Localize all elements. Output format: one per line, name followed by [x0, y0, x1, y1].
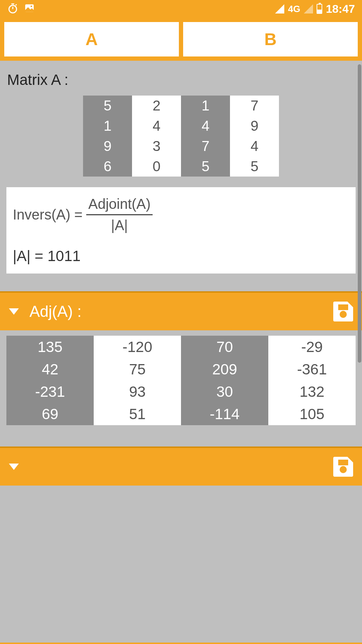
matrix-cell: -231 — [6, 380, 94, 403]
battery-icon — [317, 4, 322, 14]
matrix-cell: 209 — [181, 358, 268, 380]
matrix-cell: 51 — [94, 403, 181, 425]
matrix-a-table: 5 2 1 7 1 4 4 9 9 3 7 4 6 0 5 5 — [83, 96, 279, 177]
matrix-cell: 105 — [268, 403, 356, 425]
matrix-cell: -361 — [268, 358, 356, 380]
network-label: 4G — [288, 4, 300, 15]
chevron-down-icon — [9, 308, 19, 315]
tab-b[interactable]: B — [183, 22, 358, 56]
matrix-cell: 6 — [83, 156, 132, 177]
matrix-cell: 5 — [230, 156, 279, 177]
adj-matrix-table: 135 -120 70 -29 42 75 209 -361 -231 93 3… — [6, 336, 356, 425]
adj-title: Adj(A) : — [29, 303, 82, 320]
signal-icon-secondary — [304, 4, 313, 13]
chevron-down-icon — [9, 464, 19, 470]
signal-icon — [275, 4, 284, 13]
matrix-cell: -120 — [94, 336, 181, 358]
svg-point-2 — [31, 5, 32, 7]
matrix-cell: 2 — [132, 96, 181, 116]
matrix-cell: 7 — [230, 96, 279, 116]
formula-fraction: Adjoint(A) |A| — [86, 196, 153, 233]
matrix-cell: 5 — [83, 96, 132, 116]
tab-a[interactable]: A — [4, 22, 179, 56]
matrix-cell: 4 — [181, 116, 230, 136]
stopwatch-icon — [7, 2, 18, 15]
matrix-cell: 1 — [181, 96, 230, 116]
matrix-cell: 132 — [268, 380, 356, 403]
image-icon — [24, 2, 35, 15]
matrix-cell: 93 — [94, 380, 181, 403]
formula-box: Invers(A) = Adjoint(A) |A| |A| = 1011 — [6, 187, 356, 274]
matrix-cell: 9 — [83, 136, 132, 156]
matrix-cell: 7 — [181, 136, 230, 156]
matrix-cell: 69 — [6, 403, 94, 425]
formula-denominator: |A| — [86, 215, 153, 233]
matrix-cell: 30 — [181, 380, 268, 403]
matrix-cell: 9 — [230, 116, 279, 136]
scrollbar[interactable] — [358, 64, 361, 363]
content-scroll[interactable]: Matrix A : 5 2 1 7 1 4 4 9 9 3 7 4 6 0 5… — [0, 61, 362, 643]
adj-section-header[interactable]: Adj(A) : — [0, 291, 362, 330]
matrix-cell: -29 — [268, 336, 356, 358]
determinant-value: |A| = 1011 — [13, 248, 349, 265]
save-icon[interactable] — [333, 457, 353, 477]
matrix-cell: 135 — [6, 336, 94, 358]
matrix-a-label: Matrix A : — [0, 61, 362, 96]
clock: 18:47 — [326, 2, 355, 16]
matrix-cell: 75 — [94, 358, 181, 380]
matrix-cell: 5 — [181, 156, 230, 177]
matrix-cell: 1 — [83, 116, 132, 136]
matrix-cell: 4 — [230, 136, 279, 156]
svg-point-0 — [9, 5, 16, 13]
status-bar: 4G 18:47 — [0, 0, 362, 18]
formula-numerator: Adjoint(A) — [86, 196, 153, 215]
matrix-cell: 4 — [132, 116, 181, 136]
save-icon[interactable] — [333, 302, 353, 321]
matrix-cell: 42 — [6, 358, 94, 380]
tab-bar: A B — [0, 18, 362, 61]
next-section-header[interactable]: . — [0, 447, 362, 486]
matrix-cell: -114 — [181, 403, 268, 425]
matrix-cell: 0 — [132, 156, 181, 177]
matrix-cell: 3 — [132, 136, 181, 156]
matrix-cell: 70 — [181, 336, 268, 358]
formula-lhs: Invers(A) = — [13, 207, 83, 223]
